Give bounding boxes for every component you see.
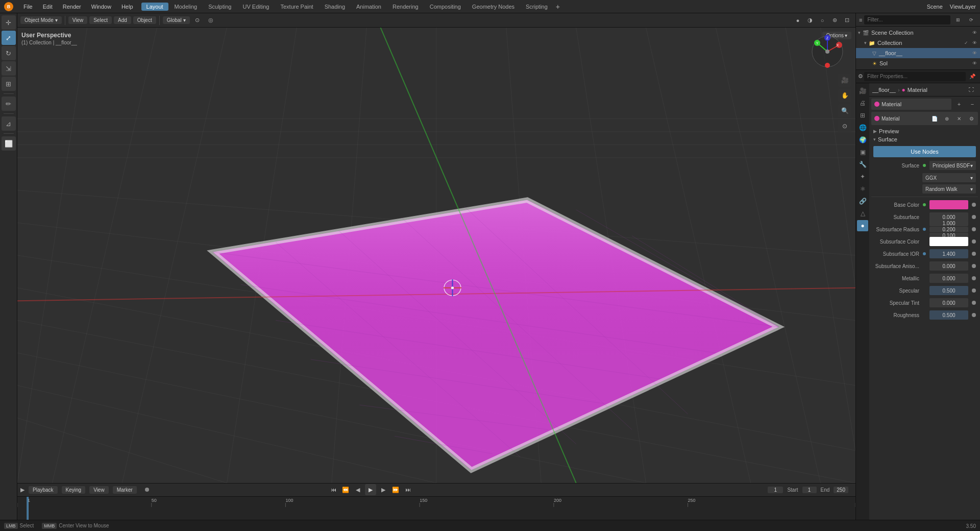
material-unlink-btn[interactable]: ✕ bbox=[953, 113, 965, 124]
viewport-xray-icon[interactable]: ⊡ bbox=[841, 15, 852, 26]
current-frame-field[interactable]: 1 bbox=[768, 487, 783, 493]
end-frame-field[interactable]: 250 bbox=[834, 487, 848, 493]
props-pin-btn[interactable]: 📌 bbox=[967, 71, 978, 82]
rotate-tool-btn[interactable]: ↻ bbox=[2, 46, 16, 60]
rotate-view-btn[interactable]: ⊙ bbox=[838, 119, 851, 133]
view-layer-props-btn[interactable]: ⊞ bbox=[857, 110, 868, 121]
zoom-btn[interactable]: 🔍 bbox=[838, 104, 851, 117]
tab-geometry-nodes[interactable]: Geometry Nodes bbox=[467, 3, 520, 11]
jump-start-btn[interactable]: ⏮ bbox=[328, 485, 338, 495]
add-cube-btn[interactable]: ⬜ bbox=[2, 136, 16, 151]
viewport-shading-material[interactable]: ◑ bbox=[804, 15, 816, 26]
tab-scripting[interactable]: Scripting bbox=[521, 3, 553, 11]
tab-compositing[interactable]: Compositing bbox=[425, 3, 466, 11]
subsurface-color-swatch[interactable] bbox=[929, 237, 968, 246]
camera-view-btn[interactable]: 🎥 bbox=[838, 74, 851, 87]
outliner-row-sol[interactable]: ☀ Sol 👁 bbox=[856, 58, 980, 68]
physics-props-btn[interactable]: ⚛ bbox=[857, 183, 868, 195]
specular-tint-value[interactable]: 0.000 bbox=[929, 298, 968, 307]
visibility-icon[interactable]: 👁 bbox=[971, 29, 978, 36]
world-props-btn[interactable]: 🌍 bbox=[857, 134, 868, 146]
tab-texture-paint[interactable]: Texture Paint bbox=[275, 3, 318, 11]
transform-tool-btn[interactable]: ⊞ bbox=[2, 77, 16, 91]
material-name-field[interactable]: Material bbox=[871, 99, 951, 110]
timeline-playback-menu[interactable]: Playback bbox=[29, 486, 58, 494]
floor-visibility[interactable]: 👁 bbox=[971, 50, 978, 57]
random-walk-dropdown[interactable]: Random Walk ▾ bbox=[922, 184, 976, 194]
material-add-btn[interactable]: + bbox=[953, 99, 965, 110]
tab-layout[interactable]: Layout bbox=[141, 3, 168, 11]
annotate-tool-btn[interactable]: ✏ bbox=[2, 96, 16, 111]
menu-help[interactable]: Help bbox=[117, 3, 137, 11]
surface-section-header[interactable]: ▾ Surface bbox=[871, 135, 978, 143]
ss-radius-y[interactable]: 0.200 bbox=[929, 227, 968, 232]
tab-modeling[interactable]: Modeling bbox=[169, 3, 203, 11]
menu-edit[interactable]: Edit bbox=[39, 3, 57, 11]
play-btn[interactable]: ▶ bbox=[365, 484, 376, 495]
measure-tool-btn[interactable]: ⊿ bbox=[2, 116, 16, 131]
material-props-btn[interactable]: ● bbox=[857, 220, 868, 231]
timeline-keying-menu[interactable]: Keying bbox=[62, 486, 86, 494]
modifier-props-btn[interactable]: 🔧 bbox=[857, 159, 868, 170]
constraints-props-btn[interactable]: 🔗 bbox=[857, 196, 868, 207]
menu-render[interactable]: Render bbox=[59, 3, 85, 11]
tab-shading[interactable]: Shading bbox=[320, 3, 350, 11]
viewport-shading-solid[interactable]: ● bbox=[792, 15, 803, 26]
outliner-row-collection[interactable]: ▾ 📁 Collection ✓ 👁 bbox=[856, 38, 980, 48]
add-menu[interactable]: Add bbox=[114, 16, 131, 24]
roughness-value[interactable]: 0.500 bbox=[929, 310, 968, 320]
data-props-btn[interactable]: △ bbox=[857, 208, 868, 219]
select-menu[interactable]: Select bbox=[89, 16, 112, 24]
timeline-marker-menu[interactable]: Marker bbox=[113, 486, 137, 494]
outliner-row-floor[interactable]: ▽ __floor__ 👁 bbox=[856, 48, 980, 58]
add-workspace-button[interactable]: + bbox=[554, 3, 562, 11]
prev-frame-btn[interactable]: ◀ bbox=[353, 485, 363, 495]
viewport-shading-rendered[interactable]: ○ bbox=[817, 15, 828, 26]
object-props-btn[interactable]: ▣ bbox=[857, 147, 868, 158]
material-settings-btn[interactable]: ⚙ bbox=[966, 113, 977, 124]
props-search[interactable] bbox=[864, 72, 966, 81]
start-frame-field[interactable]: 1 bbox=[802, 487, 817, 493]
outliner-row-scene-collection[interactable]: ▾ 🎬 Scene Collection 👁 bbox=[856, 28, 980, 38]
snap-icon[interactable]: ⊙ bbox=[192, 15, 203, 26]
cursor-tool-btn[interactable]: ✛ bbox=[2, 15, 16, 30]
scale-tool-btn[interactable]: ⇲ bbox=[2, 61, 16, 76]
material-duplicate-btn[interactable]: ⊕ bbox=[941, 113, 952, 124]
proportional-edit-icon[interactable]: ◎ bbox=[205, 15, 216, 26]
preview-section-header[interactable]: ▶ Preview bbox=[871, 127, 978, 135]
prev-keyframe-btn[interactable]: ⏪ bbox=[340, 485, 351, 495]
specular-value[interactable]: 0.500 bbox=[929, 286, 968, 295]
timeline-view-menu[interactable]: View bbox=[89, 486, 109, 494]
viewport-overlay-icon[interactable]: ⊛ bbox=[829, 15, 840, 26]
surface-value-field[interactable]: Principled BSDF ▾ bbox=[929, 161, 976, 170]
object-mode-dropdown[interactable]: Object Mode ▾ bbox=[20, 16, 62, 24]
jump-end-btn[interactable]: ⏭ bbox=[403, 485, 413, 495]
metallic-value[interactable]: 0.000 bbox=[929, 274, 968, 283]
collection-eye[interactable]: 👁 bbox=[971, 39, 978, 46]
tab-animation[interactable]: Animation bbox=[351, 3, 386, 11]
ss-ior-value[interactable]: 1.400 bbox=[929, 249, 968, 258]
tab-uv-editing[interactable]: UV Editing bbox=[237, 3, 274, 11]
collection-visibility[interactable]: ✓ bbox=[963, 39, 970, 46]
ggx-dropdown[interactable]: GGX ▾ bbox=[922, 173, 976, 182]
view-menu[interactable]: View bbox=[68, 16, 88, 24]
sol-visibility[interactable]: 👁 bbox=[971, 60, 978, 67]
next-frame-btn[interactable]: ▶ bbox=[378, 485, 388, 495]
base-color-swatch[interactable] bbox=[929, 200, 968, 209]
particles-props-btn[interactable]: ✦ bbox=[857, 171, 868, 182]
navigation-gizmo[interactable]: X Y Z bbox=[810, 34, 845, 69]
viewport-canvas[interactable]: User Perspective (1) Collection | __floo… bbox=[17, 28, 855, 483]
move-tool-btn[interactable]: ⤢ bbox=[2, 31, 16, 45]
props-fullscreen-btn[interactable]: ⛶ bbox=[966, 84, 977, 95]
outliner-sync-btn[interactable]: ⟳ bbox=[966, 14, 977, 26]
use-nodes-btn[interactable]: Use Nodes bbox=[873, 146, 976, 157]
tab-sculpting[interactable]: Sculpting bbox=[203, 3, 236, 11]
outliner-filter-btn[interactable]: ⊞ bbox=[952, 14, 964, 26]
outliner-search[interactable] bbox=[864, 15, 950, 25]
material-browse-btn[interactable]: 📄 bbox=[929, 113, 940, 124]
material-remove-btn[interactable]: − bbox=[967, 99, 978, 110]
ss-aniso-value[interactable]: 0.000 bbox=[929, 261, 968, 271]
pan-btn[interactable]: ✋ bbox=[838, 89, 851, 102]
tab-rendering[interactable]: Rendering bbox=[387, 3, 424, 11]
object-menu[interactable]: Object bbox=[133, 16, 156, 24]
